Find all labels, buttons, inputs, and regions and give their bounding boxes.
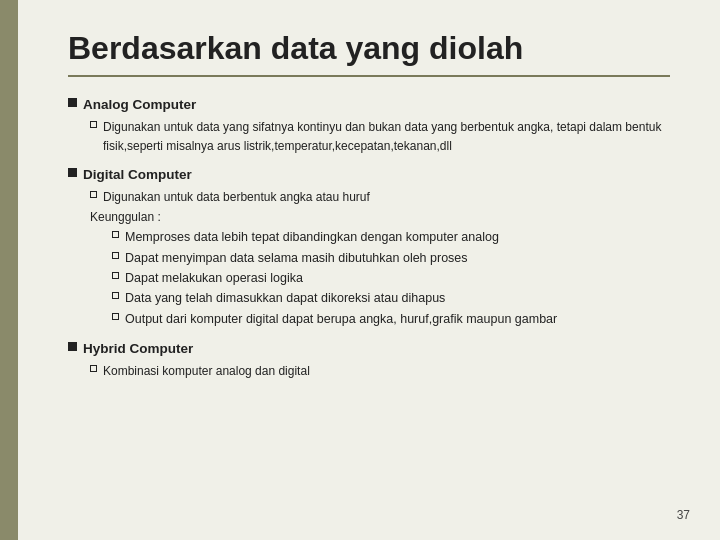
keunggulan-item-1: Dapat menyimpan data selama masih dibutu… xyxy=(112,249,670,268)
keunggulan-bullet-2 xyxy=(112,272,119,279)
keunggulan-bullet-3 xyxy=(112,292,119,299)
digital-sub-text-0: Digunakan untuk data berbentuk angka ata… xyxy=(103,188,370,207)
keunggulan-bullet-1 xyxy=(112,252,119,259)
digital-sub-item-0: Digunakan untuk data berbentuk angka ata… xyxy=(90,188,670,207)
hybrid-sub-bullet-0 xyxy=(90,365,97,372)
analog-title: Analog Computer xyxy=(68,95,670,116)
analog-bullet xyxy=(68,98,77,107)
section-analog: Analog Computer Digunakan untuk data yan… xyxy=(68,95,670,155)
keunggulan-item-3: Data yang telah dimasukkan dapat dikorek… xyxy=(112,289,670,308)
analog-sub-item-0: Digunakan untuk data yang sifatnya konti… xyxy=(90,118,670,155)
analog-sub-bullet-0 xyxy=(90,121,97,128)
keunggulan-label: Keunggulan : xyxy=(90,208,670,227)
left-bar-decoration xyxy=(0,0,18,540)
keunggulan-item-0: Memproses data lebih tepat dibandingkan … xyxy=(112,228,670,247)
analog-sub-text-0: Digunakan untuk data yang sifatnya konti… xyxy=(103,118,670,155)
slide: Berdasarkan data yang diolah Analog Comp… xyxy=(0,0,720,540)
hybrid-sub-text-0: Kombinasi komputer analog dan digital xyxy=(103,362,310,381)
hybrid-bullet xyxy=(68,342,77,351)
digital-sub-bullet-0 xyxy=(90,191,97,198)
slide-title: Berdasarkan data yang diolah xyxy=(68,30,670,77)
keunggulan-item-4: Output dari komputer digital dapat berup… xyxy=(112,310,670,329)
hybrid-sub-item-0: Kombinasi komputer analog dan digital xyxy=(90,362,670,381)
keunggulan-bullet-4 xyxy=(112,313,119,320)
slide-content: Analog Computer Digunakan untuk data yan… xyxy=(68,95,670,381)
section-digital: Digital Computer Digunakan untuk data be… xyxy=(68,165,670,329)
digital-title: Digital Computer xyxy=(68,165,670,186)
section-hybrid: Hybrid Computer Kombinasi komputer analo… xyxy=(68,339,670,381)
page-number: 37 xyxy=(677,508,690,522)
digital-bullet xyxy=(68,168,77,177)
keunggulan-item-2: Dapat melakukan operasi logika xyxy=(112,269,670,288)
hybrid-title: Hybrid Computer xyxy=(68,339,670,360)
keunggulan-bullet-0 xyxy=(112,231,119,238)
